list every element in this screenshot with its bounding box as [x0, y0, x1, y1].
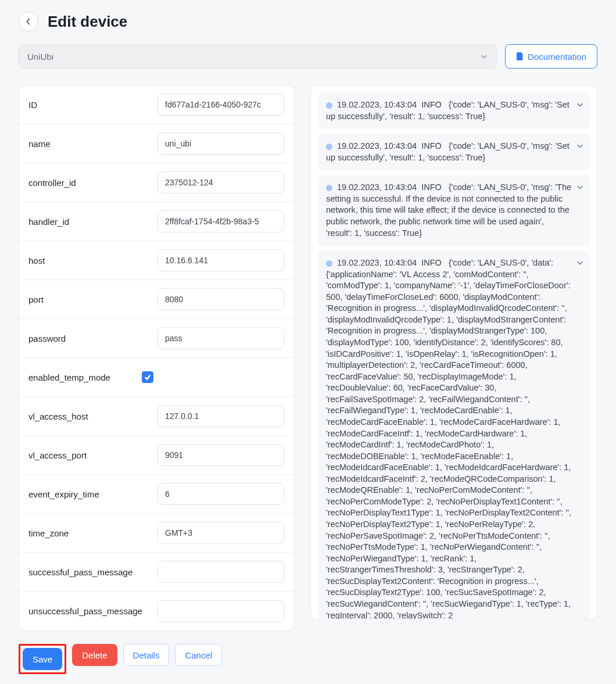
details-button[interactable]: Details	[123, 644, 170, 666]
device-type-value: UniUbi	[27, 52, 53, 62]
form-row-event_expiry_time: event_expiry_time	[19, 475, 293, 514]
device-type-select[interactable]: UniUbi	[19, 44, 497, 69]
successful_pass_message-input[interactable]	[157, 561, 284, 583]
time_zone-input[interactable]	[157, 522, 284, 544]
log-level: INFO	[421, 182, 442, 192]
form-label-id: ID	[28, 100, 37, 110]
log-timestamp: 19.02.2023, 10:43:04	[337, 182, 417, 192]
form-row-handler_id: handler_id	[19, 202, 293, 241]
delete-button[interactable]: Delete	[72, 644, 117, 666]
chevron-down-icon	[576, 183, 584, 191]
log-timestamp: 19.02.2023, 10:43:04	[337, 258, 417, 267]
handler_id-input[interactable]	[157, 210, 284, 232]
vl_access_port-input[interactable]	[157, 444, 284, 466]
chevron-down-icon	[576, 142, 584, 150]
log-entry[interactable]: 19.02.2023, 10:43:04 INFO {'code': 'LAN_…	[318, 92, 590, 129]
form-label-time_zone: time_zone	[28, 528, 69, 538]
form-label-host: host	[28, 256, 45, 266]
form-label-successful_pass_message: successful_pass_message	[28, 567, 132, 577]
documentation-button[interactable]: Documentation	[505, 44, 597, 69]
form-row-unsuccessful_pass_message: unsuccessful_pass_message	[19, 592, 293, 631]
form-row-id: ID	[19, 85, 293, 124]
event_expiry_time-input[interactable]	[157, 483, 284, 505]
host-input[interactable]	[157, 249, 284, 271]
form-row-time_zone: time_zone	[19, 514, 293, 553]
chevron-down-icon	[576, 259, 584, 267]
log-panel: 19.02.2023, 10:43:04 INFO {'code': 'LAN_…	[310, 85, 597, 619]
log-entry[interactable]: 19.02.2023, 10:43:04 INFO {'code': 'LAN_…	[318, 175, 590, 246]
chevron-down-icon	[576, 101, 584, 109]
form-label-password: password	[28, 334, 66, 343]
enabled_temp_mode-checkbox[interactable]	[142, 371, 153, 383]
log-body: {'code': 'LAN_SUS-0', 'data': {'applicat…	[326, 258, 571, 619]
log-level: INFO	[421, 141, 442, 151]
save-highlight: Save	[19, 644, 66, 674]
back-button[interactable]	[19, 12, 38, 31]
password-input[interactable]	[157, 327, 284, 349]
form-label-controller_id: controller_id	[28, 178, 76, 188]
chevron-left-icon	[26, 17, 31, 26]
form-row-vl_access_host: vl_access_host	[19, 397, 293, 436]
form-row-successful_pass_message: successful_pass_message	[19, 553, 293, 592]
save-button[interactable]: Save	[23, 648, 62, 670]
form-label-unsuccessful_pass_message: unsuccessful_pass_message	[28, 606, 142, 616]
form-row-enabled_temp_mode: enabled_temp_mode	[19, 358, 293, 397]
form-row-name: name	[19, 124, 293, 163]
form-label-event_expiry_time: event_expiry_time	[28, 489, 99, 499]
log-status-dot	[326, 102, 332, 109]
log-entry[interactable]: 19.02.2023, 10:43:04 INFO {'code': 'LAN_…	[318, 134, 590, 170]
log-timestamp: 19.02.2023, 10:43:04	[337, 141, 417, 151]
form-row-vl_access_port: vl_access_port	[19, 436, 293, 475]
check-icon	[144, 374, 151, 381]
document-icon	[516, 52, 524, 60]
vl_access_host-input[interactable]	[157, 405, 284, 427]
log-entry[interactable]: 19.02.2023, 10:43:04 INFO {'code': 'LAN_…	[318, 250, 590, 619]
device-form: IDnamecontroller_idhandler_idhostportpas…	[19, 85, 294, 631]
footer-actions: Save Delete Details Cancel	[19, 644, 597, 674]
form-row-controller_id: controller_id	[19, 163, 293, 202]
documentation-label: Documentation	[528, 52, 586, 62]
unsuccessful_pass_message-input[interactable]	[157, 600, 284, 622]
cancel-button[interactable]: Cancel	[175, 644, 222, 666]
log-status-dot	[326, 185, 332, 191]
log-level: INFO	[421, 258, 442, 267]
log-status-dot	[326, 260, 332, 267]
controller_id-input[interactable]	[157, 171, 284, 194]
form-label-vl_access_host: vl_access_host	[28, 411, 88, 421]
id-input[interactable]	[157, 94, 284, 116]
form-label-handler_id: handler_id	[28, 217, 69, 227]
chevron-down-icon	[480, 52, 488, 60]
name-input[interactable]	[157, 132, 284, 155]
form-label-enabled_temp_mode: enabled_temp_mode	[28, 373, 110, 382]
page-title: Edit device	[48, 13, 127, 31]
form-label-vl_access_port: vl_access_port	[28, 450, 87, 460]
log-level: INFO	[421, 100, 442, 109]
form-row-host: host	[19, 241, 293, 280]
log-timestamp: 19.02.2023, 10:43:04	[337, 100, 417, 109]
form-label-port: port	[28, 295, 44, 305]
form-label-name: name	[28, 139, 51, 149]
log-status-dot	[326, 144, 332, 150]
form-row-password: password	[19, 319, 293, 358]
form-row-port: port	[19, 280, 293, 319]
port-input[interactable]	[157, 288, 284, 310]
